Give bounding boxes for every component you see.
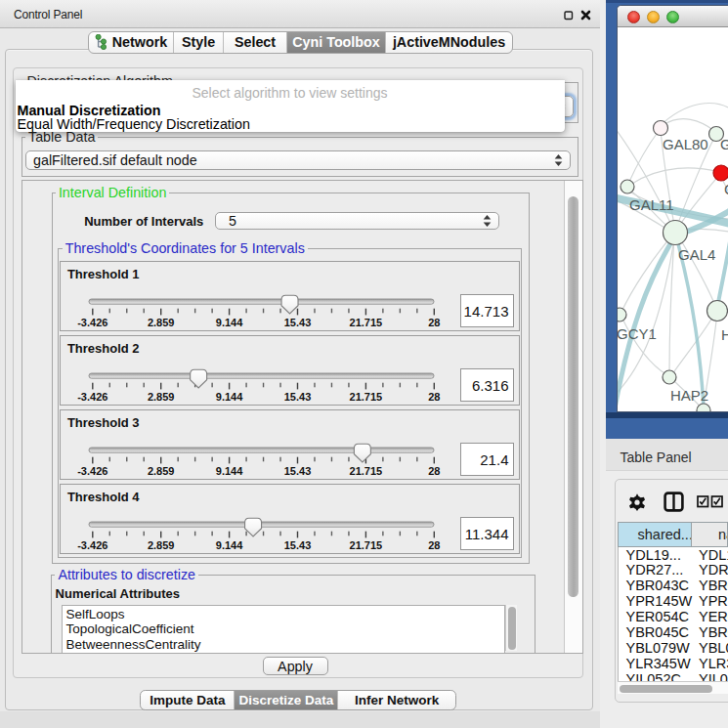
svg-text:9.144: 9.144 (216, 391, 243, 403)
svg-text:15.43: 15.43 (284, 317, 312, 328)
svg-text:21.715: 21.715 (350, 391, 383, 403)
svg-text:HAP2: HAP2 (670, 387, 708, 404)
svg-text:-3.426: -3.426 (78, 465, 108, 477)
svg-text:9.144: 9.144 (216, 317, 243, 328)
svg-text:15.43: 15.43 (284, 391, 312, 403)
svg-text:15.43: 15.43 (284, 465, 312, 477)
svg-text:2.859: 2.859 (148, 391, 175, 403)
svg-text:2.859: 2.859 (148, 465, 175, 477)
svg-text:21.715: 21.715 (350, 465, 383, 477)
svg-text:28: 28 (429, 539, 441, 551)
svg-text:28: 28 (429, 465, 441, 477)
svg-text:28: 28 (429, 391, 441, 403)
svg-text:C: C (724, 181, 728, 197)
svg-text:-3.426: -3.426 (78, 317, 108, 328)
svg-text:2.859: 2.859 (148, 317, 175, 328)
svg-text:21.715: 21.715 (350, 539, 383, 551)
svg-text:28: 28 (429, 317, 441, 328)
svg-text:9.144: 9.144 (216, 465, 243, 477)
svg-text:21.715: 21.715 (350, 317, 383, 328)
svg-text:GAL4: GAL4 (678, 246, 715, 263)
svg-text:9.144: 9.144 (216, 539, 243, 551)
svg-text:-3.426: -3.426 (78, 391, 108, 403)
svg-text:15.43: 15.43 (284, 539, 312, 551)
svg-text:H: H (721, 326, 728, 343)
svg-text:-3.426: -3.426 (78, 539, 108, 551)
svg-text:GA: GA (720, 136, 728, 152)
svg-text:2.859: 2.859 (148, 539, 175, 551)
svg-text:GCY1: GCY1 (618, 325, 657, 342)
svg-text:GAL11: GAL11 (629, 196, 674, 213)
svg-text:GAL80: GAL80 (663, 136, 708, 152)
